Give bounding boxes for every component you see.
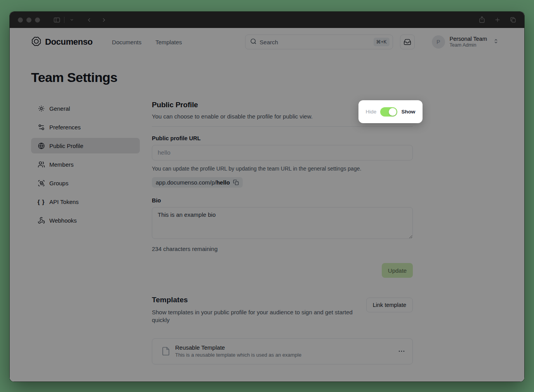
profile-visibility-toggle[interactable] [380,107,397,117]
browser-titlebar [10,12,524,28]
minimize-button[interactable] [26,17,31,23]
toggle-off-label: Hide [366,109,377,115]
chevron-down-icon[interactable] [66,14,78,26]
dim-overlay [10,28,524,382]
titlebar-separator [64,17,64,23]
back-icon[interactable] [83,14,95,26]
forward-icon[interactable] [98,14,110,26]
new-tab-icon[interactable] [492,14,503,26]
browser-window: Documenso Documents Templates ⌘+K P Per [10,12,524,382]
tab-overview-icon[interactable] [507,14,519,26]
toggle-knob [389,108,397,116]
close-button[interactable] [18,17,23,23]
sidebar-toggle-icon[interactable] [51,14,63,26]
zoom-button[interactable] [35,17,40,23]
profile-visibility-spotlight: Hide Show [358,100,423,123]
share-icon[interactable] [476,14,488,26]
page-content: Documenso Documents Templates ⌘+K P Per [10,28,524,382]
toggle-on-label: Show [401,109,415,115]
traffic-lights [18,17,40,23]
